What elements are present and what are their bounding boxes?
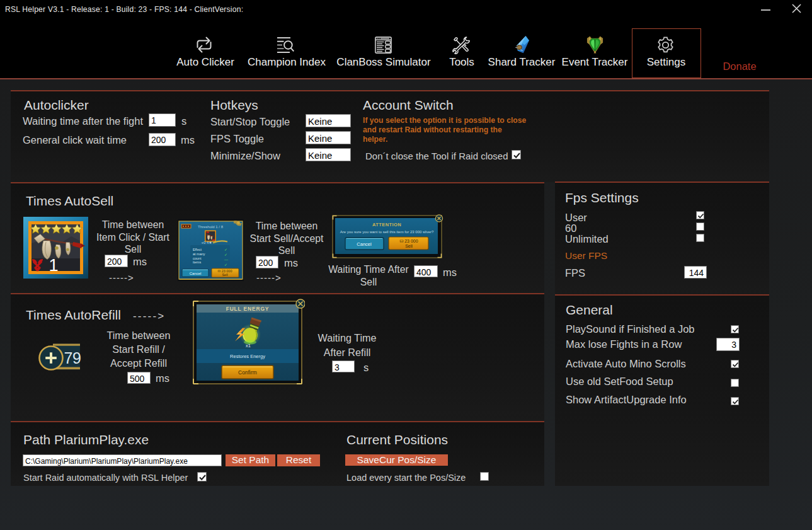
svg-text:1: 1 xyxy=(49,256,58,275)
svg-text:Confirm: Confirm xyxy=(238,369,257,376)
svg-text:Restores Energy: Restores Energy xyxy=(230,354,265,359)
svg-text:items: items xyxy=(193,260,201,264)
svg-text:x1: x1 xyxy=(246,343,251,349)
svg-text:Effect: Effect xyxy=(193,248,202,251)
svg-text:Cancel: Cancel xyxy=(357,241,372,247)
svg-text:✓: ✓ xyxy=(224,253,227,256)
svg-text:at many: at many xyxy=(193,252,205,256)
svg-text:—: — xyxy=(224,258,228,262)
svg-text:Cancel: Cancel xyxy=(190,272,202,275)
svg-text:Sell: Sell xyxy=(405,244,413,248)
svg-text:Are you sure you want to sell: Are you sure you want to sell this item … xyxy=(340,230,434,234)
svg-text:Threshold 1 / 8: Threshold 1 / 8 xyxy=(198,225,224,229)
svg-text:79: 79 xyxy=(64,349,81,367)
svg-text:✓: ✓ xyxy=(224,263,227,267)
svg-text:Sell: Sell xyxy=(222,273,227,277)
svg-text:⛁ 23 000: ⛁ 23 000 xyxy=(399,239,418,243)
svg-text:ATTENTION: ATTENTION xyxy=(372,222,401,228)
svg-text:+0 4★: +0 4★ xyxy=(201,241,212,245)
svg-text:✓: ✓ xyxy=(224,248,227,251)
svg-text:FULL ENERGY: FULL ENERGY xyxy=(226,306,270,312)
